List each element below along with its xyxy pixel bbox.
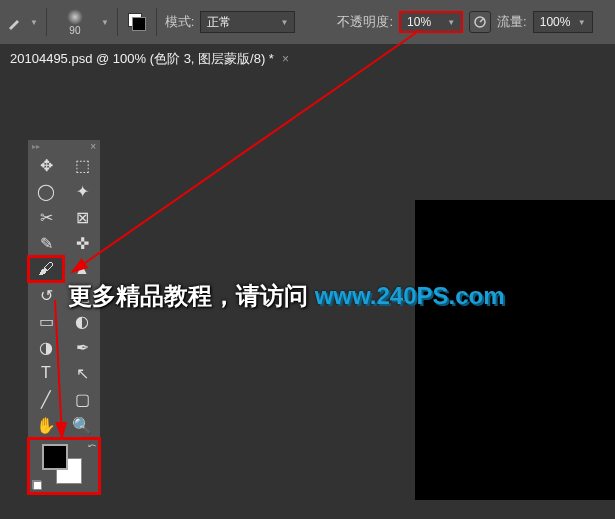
chevron-down-icon[interactable]: ▼ <box>101 18 109 27</box>
brush-preset-picker[interactable]: 90 <box>55 9 95 36</box>
brush-dot-icon <box>67 9 83 25</box>
panel-grip-icon[interactable]: ▸▸ <box>32 142 40 151</box>
chevron-down-icon[interactable]: ▼ <box>30 18 38 27</box>
canvas[interactable] <box>415 200 615 500</box>
panel-close-icon[interactable]: × <box>90 141 96 152</box>
watermark-part1: 更多精品教程，请访问 <box>68 282 315 309</box>
flow-label: 流量: <box>497 13 527 31</box>
swap-colors-icon[interactable]: ⤺ <box>88 440 96 451</box>
hand-tool[interactable]: ✋ <box>28 412 64 438</box>
eyedropper-tool[interactable]: ✎ <box>28 230 64 256</box>
color-swatches[interactable]: ⤺ <box>28 438 100 494</box>
foreground-color-swatch[interactable] <box>42 444 68 470</box>
slice-tool[interactable]: ⊠ <box>64 204 100 230</box>
brush-panel-toggle[interactable] <box>126 11 148 33</box>
shape-tool[interactable]: ▢ <box>64 386 100 412</box>
toolbox-panel: ▸▸ × ✥ ⬚ ◯ ✦ ✂ ⊠ ✎ ✜ 🖌 ▲ ↺ ◧ ▭ ◐ ◑ ✒ T ↖… <box>28 140 100 494</box>
pressure-opacity-toggle[interactable] <box>469 11 491 33</box>
chevron-down-icon: ▼ <box>447 18 455 27</box>
brush-tool[interactable]: 🖌 <box>28 256 64 282</box>
close-tab-icon[interactable]: × <box>282 52 289 66</box>
move-tool[interactable]: ✥ <box>28 152 64 178</box>
opacity-input[interactable]: 10% ▼ <box>399 11 463 33</box>
gradient-tool[interactable]: ▭ <box>28 308 64 334</box>
type-tool[interactable]: T <box>28 360 64 386</box>
zoom-tool[interactable]: 🔍 <box>64 412 100 438</box>
opacity-value: 10% <box>407 15 431 29</box>
lasso-tool[interactable]: ◯ <box>28 178 64 204</box>
document-tab[interactable]: 20104495.psd @ 100% (色阶 3, 图层蒙版/8) * × <box>10 50 289 68</box>
crop-tool[interactable]: ✂ <box>28 204 64 230</box>
brush-size-label: 90 <box>69 25 80 36</box>
magic-wand-tool[interactable]: ✦ <box>64 178 100 204</box>
blend-mode-dropdown[interactable]: 正常 ▼ <box>200 11 295 33</box>
tool-preset-picker[interactable] <box>6 13 24 31</box>
default-colors-icon[interactable] <box>32 480 42 490</box>
clone-stamp-tool[interactable]: ▲ <box>64 256 100 282</box>
pen-tool[interactable]: ✒ <box>64 334 100 360</box>
flow-input[interactable]: 100% ▼ <box>533 11 593 33</box>
chevron-down-icon: ▼ <box>281 18 289 27</box>
dodge-tool[interactable]: ◑ <box>28 334 64 360</box>
flow-value: 100% <box>540 15 571 29</box>
marquee-tool[interactable]: ⬚ <box>64 152 100 178</box>
blend-mode-value: 正常 <box>207 14 231 31</box>
opacity-label: 不透明度: <box>337 13 393 31</box>
line-tool[interactable]: ╱ <box>28 386 64 412</box>
history-brush-tool[interactable]: ↺ <box>28 282 64 308</box>
path-selection-tool[interactable]: ↖ <box>64 360 100 386</box>
document-title: 20104495.psd @ 100% (色阶 3, 图层蒙版/8) * <box>10 50 274 68</box>
healing-brush-tool[interactable]: ✜ <box>64 230 100 256</box>
mode-label: 模式: <box>165 13 195 31</box>
watermark-url: www.240PS.com <box>315 282 505 309</box>
watermark-text: 更多精品教程，请访问 www.240PS.com <box>68 280 505 312</box>
chevron-down-icon: ▼ <box>578 18 586 27</box>
